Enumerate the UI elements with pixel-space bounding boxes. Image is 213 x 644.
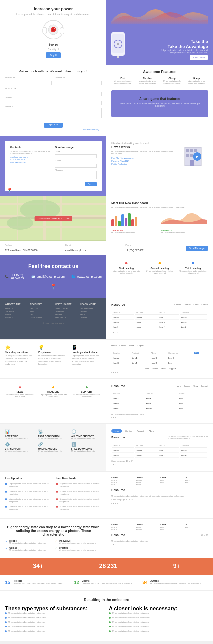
- nav-history[interactable]: History: [5, 313, 27, 315]
- r2-bottom-about[interactable]: About: [161, 368, 166, 370]
- page-1[interactable]: 1: [113, 332, 114, 334]
- bar-3: [118, 221, 121, 226]
- nav-faq[interactable]: FAQs: [80, 313, 102, 315]
- tab-active[interactable]: Home: [111, 429, 122, 433]
- send-message-addr-button[interactable]: Send Message: [186, 246, 208, 251]
- contact-email-input[interactable]: [55, 164, 97, 168]
- nav-pricing[interactable]: Pricing: [30, 310, 52, 312]
- alternate-send-link[interactable]: Send another way →: [5, 129, 102, 131]
- res3-about[interactable]: About: [193, 385, 198, 387]
- res2-home[interactable]: Home: [111, 345, 117, 347]
- page-prev-6[interactable]: ‹: [111, 544, 112, 546]
- nav-portfolio[interactable]: Portfolio: [55, 313, 77, 315]
- nav-corporate[interactable]: Corporate: [55, 310, 77, 312]
- page-prev-4[interactable]: ‹: [111, 464, 112, 466]
- contact-email-link[interactable]: info@company.com: [10, 156, 52, 158]
- nav-col-3-title: USE THIS SITE: [55, 303, 77, 305]
- tab-service[interactable]: Service: [124, 429, 134, 433]
- download-dot-2: [56, 491, 58, 493]
- nav-team[interactable]: Our Team: [5, 310, 27, 312]
- res3-service[interactable]: Service: [184, 385, 190, 387]
- message-input[interactable]: [5, 108, 102, 118]
- contact-phone-link[interactable]: +1 234 567 8901: [10, 159, 52, 161]
- nav-about[interactable]: About Us: [5, 307, 27, 309]
- page-1-5[interactable]: 1: [113, 502, 114, 504]
- r4-col-service: Service: [112, 443, 134, 448]
- page-1-6[interactable]: 1: [113, 544, 114, 546]
- page-1-4[interactable]: 1: [113, 464, 114, 466]
- stat-34-number: 34+: [33, 563, 43, 570]
- page-prev[interactable]: ‹: [111, 332, 112, 334]
- result-2-5: Ut perspiciatis unde omnis iste natus er…: [109, 630, 208, 632]
- r1-col-service: Service: [112, 310, 134, 315]
- page-2-3[interactable]: 2: [115, 416, 116, 418]
- nav-landing[interactable]: Landing Pages: [55, 307, 77, 309]
- res2-about[interactable]: About: [129, 345, 134, 347]
- chart-bars: [111, 213, 159, 226]
- first-name-input[interactable]: [5, 81, 52, 85]
- faq-2-desc: Ut perspiciatis unde omnis iste natus er…: [38, 354, 68, 366]
- res2-support[interactable]: Support: [137, 345, 144, 347]
- page-next-6[interactable]: ›: [115, 544, 116, 546]
- page-1-3[interactable]: 1: [113, 416, 114, 418]
- nav-ecommerce[interactable]: Ecommerce: [55, 316, 77, 318]
- bar-6: [128, 213, 131, 226]
- page-prev-3[interactable]: ‹: [111, 416, 112, 418]
- how-it-works-header: It flexible start working now to benefit…: [111, 141, 208, 167]
- res2-service[interactable]: Service: [119, 345, 126, 347]
- nav-solutions[interactable]: Solutions: [30, 307, 52, 309]
- play-button[interactable]: ▶: [193, 152, 201, 161]
- feature-cheap: Cheap Ut perspiciatis unde omnis accusan…: [161, 77, 184, 85]
- r2-bottom-support[interactable]: Support: [169, 368, 176, 370]
- res1-nav-about[interactable]: About: [193, 304, 199, 306]
- web-icon: 🌐: [71, 275, 75, 278]
- contact-name-label: Name: [55, 150, 97, 152]
- nav-contact[interactable]: Contact: [80, 316, 102, 318]
- nav-blog[interactable]: Blog: [30, 313, 52, 315]
- contact-message-input[interactable]: [55, 171, 97, 179]
- resource-2-bottom-nav: Home Service About Support: [111, 368, 208, 370]
- page-next-4[interactable]: ›: [115, 464, 116, 466]
- page-1-2[interactable]: 1: [113, 371, 114, 373]
- nav-support[interactable]: Support: [80, 310, 102, 312]
- res1-nav-contact[interactable]: Contact: [201, 304, 208, 306]
- email-input[interactable]: [5, 92, 102, 96]
- res3-home[interactable]: Home: [176, 385, 181, 387]
- energy-upload-title: Upload: [9, 547, 47, 549]
- res1-nav-service[interactable]: Service: [174, 304, 181, 306]
- num-15: 15 Projects Ut perspiciatis unde omnis i…: [5, 580, 71, 585]
- buy-button[interactable]: Buy It: [46, 52, 61, 58]
- r2-bottom-home[interactable]: Home: [144, 368, 149, 370]
- res3-support[interactable]: Support: [201, 385, 208, 387]
- nav-cases[interactable]: Case Studies: [30, 316, 52, 318]
- blue-icon: ●: [178, 260, 208, 266]
- resource-2-header: Home Service About Support: [111, 345, 208, 347]
- res1-nav-product[interactable]: Product: [184, 304, 191, 306]
- table-row: Item G Item H Item I: [112, 407, 207, 411]
- page-2[interactable]: 2: [115, 332, 116, 334]
- search-icon[interactable]: 🔍: [194, 352, 199, 354]
- view-detail-button[interactable]: View Detail: [190, 55, 208, 60]
- page-next-5[interactable]: ›: [117, 502, 118, 504]
- page-prev-2[interactable]: ‹: [111, 371, 112, 373]
- last-name-input[interactable]: [55, 81, 102, 85]
- page-next-2[interactable]: ›: [117, 371, 118, 373]
- contact-name-input[interactable]: [55, 154, 97, 158]
- page-prev-5[interactable]: ‹: [111, 502, 112, 504]
- nav-docs[interactable]: Documentation: [80, 307, 102, 309]
- tab-product[interactable]: Product: [135, 429, 146, 433]
- send-message-button[interactable]: Send: [85, 182, 97, 186]
- page-2-5[interactable]: 2: [115, 502, 116, 504]
- r2-bottom-service[interactable]: Service: [152, 368, 158, 370]
- page-next[interactable]: ›: [117, 332, 118, 334]
- resource-4-tabs: Home Service Product About: [111, 429, 208, 433]
- page-2-2[interactable]: 2: [115, 371, 116, 373]
- country-input[interactable]: [5, 101, 102, 105]
- tab-about[interactable]: About: [147, 429, 156, 433]
- r3-td: Item E: [145, 402, 178, 406]
- nav-partners[interactable]: Partners: [5, 316, 27, 318]
- contact-web-link[interactable]: www.website.com: [10, 161, 52, 163]
- r4-td: Item G: [158, 453, 179, 458]
- name-fields: First Name Last Name: [5, 76, 102, 85]
- send-button[interactable]: SEND IT: [44, 123, 63, 128]
